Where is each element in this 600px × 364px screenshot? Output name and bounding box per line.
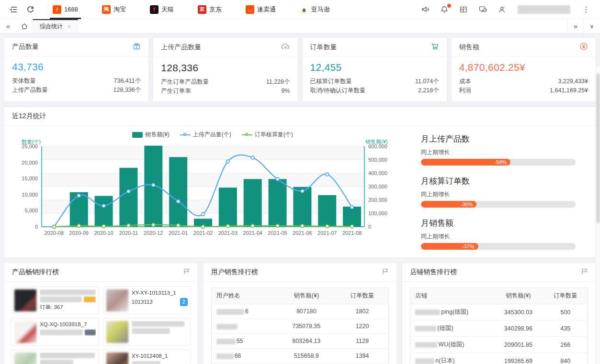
- point-2021-05[interactable]: [276, 224, 279, 228]
- point-2021-02[interactable]: [202, 225, 205, 229]
- tabs-scroll-left-icon[interactable]: «: [0, 19, 16, 33]
- collapse-menu-icon[interactable]: [6, 1, 22, 18]
- page-scrollbar[interactable]: [596, 67, 600, 364]
- masked-name: [216, 353, 234, 359]
- table-header-username: 用户姓名: [211, 288, 277, 304]
- refresh-icon[interactable]: [22, 1, 38, 18]
- point-2021-02[interactable]: [202, 212, 205, 216]
- marketplace-tab-aliexpress[interactable]: ◡速卖通: [239, 0, 283, 19]
- legend-item-line[interactable]: 订单核算量(个): [242, 131, 293, 139]
- legend-item-line[interactable]: 上传产品量(个): [180, 131, 231, 139]
- flag-icon[interactable]: [581, 268, 588, 276]
- point-2021-08[interactable]: [351, 206, 354, 209]
- stat-row: 上传产品数量128,336个: [12, 86, 141, 95]
- bar-2021-01[interactable]: [169, 157, 187, 227]
- table-row[interactable]: 69071801802: [211, 304, 389, 319]
- point-2021-06[interactable]: [301, 189, 304, 193]
- point-2021-06[interactable]: [301, 224, 304, 228]
- legend-item-bar[interactable]: 销售额(¥): [132, 131, 170, 139]
- product-card-3[interactable]: XQ-XQ-1003918_7: [11, 318, 99, 346]
- kebab-menu-icon[interactable]: ⋮: [578, 1, 594, 18]
- table-row[interactable]: ping(德国)345300.03500: [410, 304, 588, 320]
- product-card-5[interactable]: [11, 350, 99, 364]
- tab-close-icon[interactable]: ×: [68, 23, 71, 30]
- point-2020-10[interactable]: [102, 225, 105, 228]
- marketplace-tab-label: 1688: [64, 6, 78, 13]
- point-2020-11[interactable]: [127, 190, 130, 193]
- product-card-2[interactable]: XY-XY-1013113_110131132: [103, 287, 191, 314]
- bar-2021-03[interactable]: [219, 188, 237, 227]
- point-2021-08[interactable]: [351, 225, 354, 228]
- marketplace-tab-amazon[interactable]: a亚马逊: [293, 0, 337, 19]
- svg-text:2021-06: 2021-06: [293, 230, 312, 236]
- table-row[interactable]: 735078.351220: [211, 319, 389, 334]
- point-2021-04[interactable]: [251, 224, 254, 228]
- point-2021-07[interactable]: [326, 225, 329, 228]
- product-card-1[interactable]: 订单: 367: [11, 287, 99, 314]
- point-2020-12[interactable]: [152, 183, 155, 187]
- point-2021-01[interactable]: [177, 224, 180, 227]
- stat-row-value: 3,229,433¥: [558, 77, 588, 86]
- point-2021-03[interactable]: [226, 224, 229, 228]
- masked-chip: [85, 330, 96, 335]
- point-2021-05[interactable]: [276, 177, 279, 181]
- tabs-scroll-right-icon[interactable]: »: [567, 19, 584, 33]
- bar-2020-10[interactable]: [95, 196, 113, 227]
- table-row[interactable]: WU(德国)209001.85266: [410, 337, 588, 353]
- scrollbar-thumb[interactable]: [597, 74, 600, 223]
- marketplace-tab-taobao[interactable]: 淘淘宝: [95, 0, 133, 19]
- stat-row-label: 产生订单产品数量: [161, 77, 209, 87]
- bar-2021-07[interactable]: [318, 195, 336, 227]
- point-2021-07[interactable]: [326, 173, 329, 176]
- table-row[interactable]: n(日本)199265.69840: [410, 353, 588, 364]
- marketplace-tab-tmall[interactable]: T天猫: [143, 0, 181, 19]
- product-order-count: 订单: 367: [40, 304, 96, 311]
- product-grid: 订单: 367XY-XY-1013113_110131132XQ-XQ-1003…: [4, 282, 198, 364]
- point-2020-11[interactable]: [127, 224, 130, 227]
- apps-grid-icon[interactable]: [455, 1, 472, 18]
- stat-row-value: 2,218个: [418, 86, 439, 95]
- home-tab[interactable]: [16, 19, 33, 33]
- table-row[interactable]: 66515658.91394: [211, 349, 389, 364]
- product-card-4[interactable]: [103, 318, 191, 346]
- point-2020-10[interactable]: [102, 204, 105, 208]
- marketplace-tab-1688[interactable]: /1688: [46, 0, 85, 19]
- point-2020-12[interactable]: [152, 223, 155, 227]
- bar-2020-11[interactable]: [119, 168, 137, 227]
- flag-icon[interactable]: [382, 268, 389, 276]
- product-code: XY-1012408_1: [132, 353, 168, 360]
- point-2020-09[interactable]: [77, 224, 80, 228]
- point-2021-01[interactable]: [177, 200, 180, 203]
- legend-swatch: [242, 134, 252, 135]
- stat-card-value[interactable]: 12,455: [310, 62, 439, 73]
- bar-2021-05[interactable]: [269, 179, 287, 227]
- product-card-6[interactable]: XY-1012408_1: [103, 350, 191, 364]
- stat-row-label: 产生订单率: [161, 87, 191, 96]
- combo-chart[interactable]: 0100,000200,000300,000400,000500,000600,…: [9, 140, 392, 251]
- bar-2021-04[interactable]: [244, 179, 262, 227]
- product-code: XY-XY-1013113_1: [132, 289, 176, 297]
- monthly-stats-panel: 近12月统计 销售额(¥)上传产品量(个)订单核算量(个) 0100,00020…: [4, 107, 596, 258]
- table-row[interactable]: (德国)340298.96435: [410, 320, 588, 337]
- support-person-icon[interactable]: [494, 1, 510, 18]
- device-clock-icon[interactable]: [475, 1, 491, 18]
- marketplace-tab-jd[interactable]: 京京东: [191, 0, 228, 19]
- table-row[interactable]: 55603264.131129: [211, 334, 389, 349]
- announcement-icon[interactable]: [417, 1, 433, 18]
- cell-sales: 603264.13: [277, 334, 336, 349]
- flag-icon[interactable]: [183, 268, 190, 276]
- tabs-dropdown-icon[interactable]: ∨: [584, 19, 600, 33]
- product-line: [40, 360, 96, 364]
- point-2021-03[interactable]: [226, 160, 229, 163]
- bell-icon[interactable]: [436, 1, 453, 18]
- product-info: 订单: 367: [40, 289, 96, 311]
- point-2021-04[interactable]: [251, 156, 254, 159]
- cloud-upload-icon: [281, 42, 290, 53]
- point-2020-08[interactable]: [53, 225, 56, 229]
- point-2020-09[interactable]: [77, 194, 80, 197]
- user-name-masked[interactable]: [518, 5, 570, 14]
- bar-2021-08[interactable]: [343, 207, 361, 227]
- stat-card-value[interactable]: 43,736: [12, 61, 141, 73]
- masked-text: [40, 360, 73, 364]
- tab-comprehensive-stats[interactable]: 综合统计 ×: [33, 19, 78, 33]
